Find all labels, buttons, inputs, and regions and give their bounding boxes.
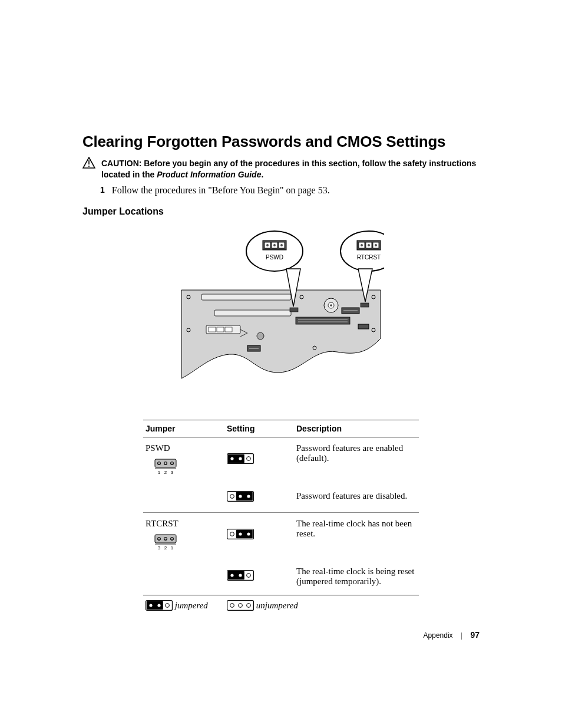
cell-setting <box>224 437 294 485</box>
cell-jumper: RTCRST321 <box>143 512 224 561</box>
svg-rect-25 <box>358 324 369 329</box>
jumper-setting-glyph <box>227 456 254 466</box>
caution-icon <box>82 157 95 171</box>
legend-jumpered-label: jumpered <box>175 601 208 610</box>
svg-point-31 <box>340 231 384 271</box>
cell-jumper <box>143 561 224 595</box>
legend-row: jumpered unjumpered <box>143 595 419 618</box>
table-row: The real-time clock is being reset (jump… <box>143 561 419 595</box>
footer-section: Appendix <box>424 631 453 640</box>
svg-point-142 <box>247 603 251 607</box>
svg-text:1: 1 <box>171 545 174 550</box>
page-title: Clearing Forgotten Passwords and CMOS Se… <box>82 133 480 151</box>
jumper-setting-glyph <box>227 532 254 541</box>
svg-point-40 <box>280 244 283 246</box>
svg-point-30 <box>246 231 303 271</box>
th-setting: Setting <box>224 420 294 437</box>
table-row: Password features are disabled. <box>143 485 419 513</box>
step-1: 1 Follow the procedures in "Before You B… <box>100 185 480 196</box>
svg-rect-10 <box>214 310 291 316</box>
footer-divider: | <box>461 631 462 640</box>
jumper-header-glyph: 123 <box>154 458 222 477</box>
cell-jumper: PSWD123 <box>143 437 224 485</box>
th-description: Description <box>294 420 419 437</box>
svg-text:2: 2 <box>164 545 167 550</box>
jumper-setting-glyph <box>227 494 254 503</box>
svg-point-46 <box>368 244 370 246</box>
svg-point-129 <box>247 573 251 577</box>
svg-point-38 <box>266 244 269 246</box>
svg-point-47 <box>375 244 377 246</box>
svg-point-138 <box>166 603 170 607</box>
callout-pswd: PSWD <box>266 254 283 261</box>
svg-rect-14 <box>225 327 232 332</box>
subheading: Jumper Locations <box>82 206 480 217</box>
cell-description: The real-time clock is being reset (jump… <box>294 561 419 595</box>
jumper-table: Jumper Setting Description PSWD123Passwo… <box>143 420 419 618</box>
svg-rect-139 <box>227 600 254 610</box>
legend-unjumpered-label: unjumpered <box>256 601 298 610</box>
svg-point-140 <box>230 603 234 607</box>
footer-page: 97 <box>470 630 480 640</box>
table-row: PSWD123Password features are enabled (de… <box>143 437 419 485</box>
legend-jumpered: jumpered <box>143 595 224 618</box>
page-footer: Appendix | 97 <box>424 630 480 640</box>
step-number: 1 <box>100 185 105 196</box>
svg-text:3: 3 <box>158 545 161 550</box>
svg-rect-20 <box>296 317 350 324</box>
svg-point-15 <box>257 332 264 340</box>
cell-setting <box>224 485 294 513</box>
svg-point-141 <box>239 603 243 607</box>
legend-unjumpered: unjumpered <box>224 595 419 618</box>
svg-rect-28 <box>290 308 298 312</box>
svg-point-39 <box>273 244 276 246</box>
jumper-diagram: PSWD RTCRST <box>82 225 480 390</box>
svg-text:3: 3 <box>171 470 174 475</box>
svg-rect-29 <box>361 303 369 307</box>
jumper-name: PSWD <box>146 443 222 453</box>
svg-rect-9 <box>201 294 291 300</box>
cell-setting <box>224 512 294 561</box>
cell-description: Password features are enabled (default). <box>294 437 419 485</box>
cell-jumper <box>143 485 224 513</box>
svg-point-120 <box>230 532 234 536</box>
jumper-name: RTCRST <box>146 519 222 529</box>
caution-block: CAUTION: Before you begin any of the pro… <box>82 157 480 180</box>
svg-point-88 <box>230 494 234 498</box>
table-row: RTCRST321The real-time clock has not bee… <box>143 512 419 561</box>
caution-text: CAUTION: Before you begin any of the pro… <box>101 157 480 180</box>
legend-unjumpered-glyph <box>227 600 254 613</box>
legend-jumpered-glyph <box>146 600 173 613</box>
svg-rect-13 <box>217 327 224 332</box>
svg-point-45 <box>361 244 363 246</box>
th-jumper: Jumper <box>143 420 224 437</box>
jumper-header-glyph: 321 <box>154 533 222 552</box>
cell-setting <box>224 561 294 595</box>
cell-description: The real-time clock has not been reset. <box>294 512 419 561</box>
svg-point-2 <box>88 166 90 167</box>
svg-text:1: 1 <box>158 470 161 475</box>
jumper-setting-glyph <box>227 573 254 582</box>
callout-rtcrst: RTCRST <box>357 254 381 261</box>
svg-rect-12 <box>209 327 216 332</box>
cell-description: Password features are disabled. <box>294 485 419 513</box>
step-text: Follow the procedures in "Before You Beg… <box>112 185 330 196</box>
svg-point-79 <box>247 457 251 461</box>
svg-text:2: 2 <box>164 470 167 475</box>
